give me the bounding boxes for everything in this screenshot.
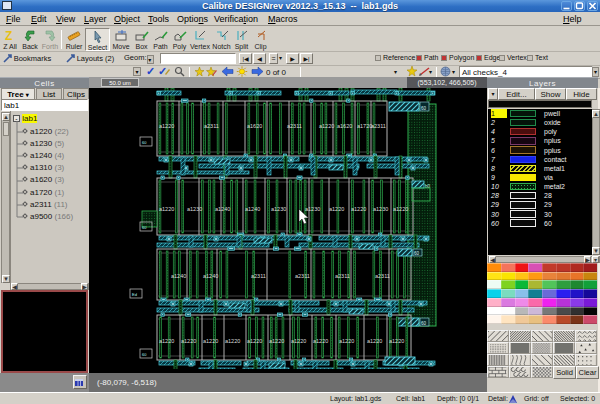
- svg-text:a1230: a1230: [373, 206, 388, 212]
- svg-text:a1220: a1220: [393, 206, 408, 212]
- svg-text:a1220: a1220: [389, 338, 404, 344]
- svg-text:a2311: a2311: [287, 123, 302, 129]
- svg-text:a1220: a1220: [181, 338, 196, 344]
- svg-text:a2311: a2311: [371, 123, 386, 129]
- svg-text:a1220: a1220: [159, 123, 174, 129]
- svg-text:60: 60: [142, 352, 147, 357]
- svg-text:a1220: a1220: [319, 123, 334, 129]
- svg-text:Ed: Ed: [132, 292, 137, 297]
- svg-text:a1220: a1220: [159, 206, 174, 212]
- svg-text:a1220: a1220: [367, 338, 382, 344]
- svg-text:a1220: a1220: [269, 338, 284, 344]
- svg-text:a1220: a1220: [247, 338, 262, 344]
- svg-text:a1720: a1720: [357, 123, 372, 129]
- svg-text:60: 60: [142, 225, 147, 230]
- svg-text:a1240: a1240: [203, 273, 218, 279]
- svg-text:a1620: a1620: [247, 123, 262, 129]
- svg-text:a2311: a2311: [251, 273, 266, 279]
- svg-text:a1230: a1230: [187, 206, 202, 212]
- svg-text:a1240: a1240: [245, 206, 260, 212]
- svg-text:a2311: a2311: [204, 123, 219, 129]
- svg-text:a2311: a2311: [335, 273, 350, 279]
- svg-text:a1220: a1220: [225, 338, 240, 344]
- svg-text:a1220: a1220: [351, 206, 366, 212]
- svg-text:a1220: a1220: [329, 206, 344, 212]
- svg-text:Z: Z: [5, 29, 12, 42]
- svg-text:60: 60: [142, 140, 147, 145]
- svg-text:a1230: a1230: [305, 206, 320, 212]
- svg-text:a1240: a1240: [171, 273, 186, 279]
- svg-text:a1220: a1220: [339, 338, 354, 344]
- svg-text:60: 60: [421, 106, 427, 111]
- svg-text:a1220: a1220: [291, 338, 306, 344]
- svg-text:a1240: a1240: [215, 206, 230, 212]
- svg-text:a1220: a1220: [203, 338, 218, 344]
- svg-text:a1220: a1220: [313, 338, 328, 344]
- svg-text:a2311: a2311: [375, 273, 390, 279]
- svg-text:a2311: a2311: [295, 273, 310, 279]
- svg-text:a1620: a1620: [337, 123, 352, 129]
- svg-text:60: 60: [414, 251, 420, 256]
- svg-text:a1230: a1230: [271, 206, 286, 212]
- svg-text:a1220: a1220: [159, 338, 174, 344]
- svg-text:60: 60: [421, 321, 427, 326]
